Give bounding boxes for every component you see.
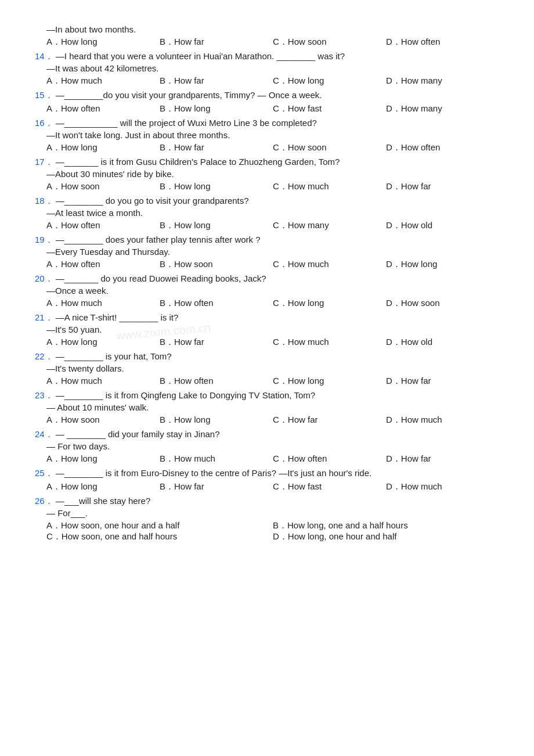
dialog-line: —It's twenty dollars. — [46, 363, 499, 373]
question-23: 23． —________ is it from Qingfeng Lake t… — [35, 390, 499, 426]
question-21: 21． —A nice T-shirt! ________ is it? —It… — [35, 312, 499, 348]
option-d: D．How many — [386, 75, 499, 87]
intro-block: —In about two months. A．How long B．How f… — [35, 24, 499, 48]
option-b: B．How long — [160, 103, 273, 114]
question-text: 21． —A nice T-shirt! ________ is it? — [35, 312, 499, 323]
option-a: A．How long — [46, 37, 160, 48]
option-c: C．How long — [273, 75, 386, 87]
option-a: A．How much — [46, 75, 160, 87]
option-a: A．How long — [46, 142, 160, 153]
option-b: B．How much — [160, 453, 273, 465]
dialog-line: —In about two months. — [46, 24, 499, 34]
options-row: A．How much B．How often C．How long D．How … — [46, 298, 499, 309]
options-row: A．How long B．How much C．How often D．How … — [46, 453, 499, 465]
question-text: 25． —________ is it from Euro-Disney to … — [35, 468, 499, 479]
option-a: A．How much — [46, 298, 160, 309]
question-list: —In about two months. A．How long B．How f… — [35, 24, 499, 542]
option-b: B．How long — [160, 415, 273, 426]
option-c: C．How much — [273, 259, 386, 270]
question-text: 22． —________ is your hat, Tom? — [35, 351, 499, 362]
options-row-1: A．How soon, one hour and a half B．How lo… — [46, 520, 499, 531]
option-b: B．How soon — [160, 259, 273, 270]
option-c: C．How soon — [273, 142, 386, 153]
options-row: A．How often B．How long C．How fast D．How … — [46, 103, 499, 114]
option-d: D．How much — [386, 481, 499, 492]
option-d: D．How long — [386, 259, 499, 270]
question-text: 20． —_______ do you read Duowei Reading … — [35, 273, 499, 285]
option-c: C．How long — [273, 376, 386, 387]
question-20: 20． —_______ do you read Duowei Reading … — [35, 273, 499, 309]
option-a: A．How much — [46, 376, 160, 387]
options-row: A．How long B．How far C．How much D．How ol… — [46, 337, 499, 348]
dialog-line: —It's 50 yuan. — [46, 325, 499, 334]
options-row: A．How soon B．How long C．How far D．How mu… — [46, 415, 499, 426]
option-d: D．How old — [386, 220, 499, 231]
options-row: A．How often B．How soon C．How much D．How … — [46, 259, 499, 270]
question-16: 16． —___________ will the project of Wux… — [35, 118, 499, 153]
option-b: B．How far — [160, 75, 273, 87]
option-b: B．How far — [160, 142, 273, 153]
option-d: D．How soon — [386, 298, 499, 309]
question-14: 14． —I heard that you were a volunteer i… — [35, 51, 499, 87]
dialog-line: —At least twice a month. — [46, 208, 499, 218]
option-d: D．How many — [386, 103, 499, 114]
question-19: 19． —________ does your father play tenn… — [35, 235, 499, 270]
option-b: B．How far — [160, 37, 273, 48]
dialog-line: — For two days. — [46, 441, 499, 451]
option-d: D．How far — [386, 453, 499, 465]
question-18: 18． —________ do you go to visit your gr… — [35, 196, 499, 231]
option-d: D．How old — [386, 337, 499, 348]
options-row: A．How much B．How often C．How long D．How … — [46, 376, 499, 387]
option-b: B．How long, one and a half hours — [273, 520, 499, 531]
option-d: D．How often — [386, 37, 499, 48]
option-d: D．How long, one hour and half — [273, 531, 499, 542]
option-b: B．How far — [160, 481, 273, 492]
question-text: 23． —________ is it from Qingfeng Lake t… — [35, 390, 499, 401]
option-a: A．How long — [46, 453, 160, 465]
question-25: 25． —________ is it from Euro-Disney to … — [35, 468, 499, 492]
option-c: C．How fast — [273, 481, 386, 492]
option-c: C．How soon — [273, 37, 386, 48]
question-15: 15． —________do you visit your grandpare… — [35, 90, 499, 114]
option-a: A．How long — [46, 481, 160, 492]
option-d: D．How far — [386, 376, 499, 387]
option-c: C．How long — [273, 298, 386, 309]
options-row: A．How often B．How long C．How many D．How … — [46, 220, 499, 231]
option-c: C．How fast — [273, 103, 386, 114]
options-row: A．How long B．How far C．How fast D．How mu… — [46, 481, 499, 492]
options-row: A．How long B．How far C．How soon D．How of… — [46, 142, 499, 153]
question-text: 26． —___will she stay here? — [35, 496, 499, 507]
options-row: A．How soon B．How long C．How much D．How f… — [46, 181, 499, 192]
question-text: 14． —I heard that you were a volunteer i… — [35, 51, 499, 62]
option-d: D．How much — [386, 415, 499, 426]
options-row: A．How much B．How far C．How long D．How ma… — [46, 75, 499, 87]
dialog-line: —Every Tuesday and Thursday. — [46, 247, 499, 257]
option-b: B．How long — [160, 181, 273, 192]
options-two-col: A．How soon, one hour and a half B．How lo… — [46, 520, 499, 542]
question-22: 22． —________ is your hat, Tom? —It's tw… — [35, 351, 499, 387]
option-c: C．How much — [273, 181, 386, 192]
option-c: C．How far — [273, 415, 386, 426]
option-b: B．How often — [160, 298, 273, 309]
option-c: C．How soon, one and half hours — [46, 531, 273, 542]
option-a: A．How soon — [46, 415, 160, 426]
option-c: C．How many — [273, 220, 386, 231]
dialog-line: —It was about 42 kilometres. — [46, 63, 499, 73]
option-d: D．How often — [386, 142, 499, 153]
question-24: 24． — ________ did your family stay in J… — [35, 429, 499, 465]
dialog-line: —It won't take long. Just in about three… — [46, 130, 499, 140]
question-26: 26． —___will she stay here? — For___. A．… — [35, 496, 499, 542]
option-b: B．How often — [160, 376, 273, 387]
option-b: B．How long — [160, 220, 273, 231]
question-text: 18． —________ do you go to visit your gr… — [35, 196, 499, 207]
question-17: 17． —_______ is it from Gusu Children's … — [35, 157, 499, 192]
options-row: A．How long B．How far C．How soon D．How of… — [46, 37, 499, 48]
option-a: A．How soon, one hour and a half — [46, 520, 273, 531]
question-text: 24． — ________ did your family stay in J… — [35, 429, 499, 440]
dialog-line: —Once a week. — [46, 286, 499, 296]
option-a: A．How often — [46, 220, 160, 231]
option-d: D．How far — [386, 181, 499, 192]
option-a: A．How long — [46, 337, 160, 348]
option-c: C．How much — [273, 337, 386, 348]
option-c: C．How often — [273, 453, 386, 465]
